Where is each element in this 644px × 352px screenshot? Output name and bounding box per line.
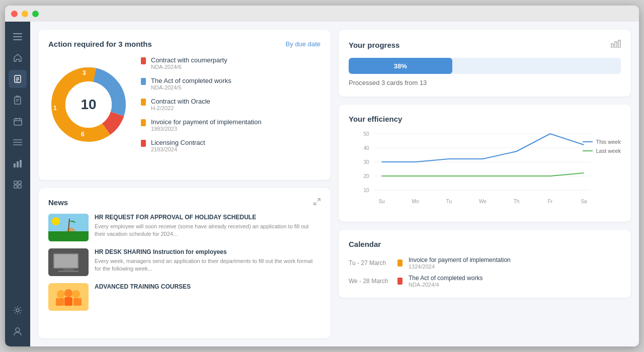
cal-info-1: Invoice for payment of implementation 13… xyxy=(409,256,511,270)
news-item-1[interactable]: HR REQUEST FOR APPROVAL OF HOLIDAY SCHED… xyxy=(48,214,320,241)
progress-bar-fill: 38% xyxy=(349,58,452,74)
svg-rect-59 xyxy=(58,271,78,272)
calendar-icon[interactable] xyxy=(9,112,27,130)
cal-date-1: Tu - 27 March xyxy=(349,259,391,267)
doc-id-3: H-2/2022 xyxy=(151,105,210,111)
document-icon[interactable] xyxy=(9,70,27,88)
svg-text:We: We xyxy=(479,199,487,204)
svg-rect-30 xyxy=(611,44,613,48)
svg-rect-66 xyxy=(73,298,82,306)
svg-rect-64 xyxy=(56,298,64,306)
svg-text:Sa: Sa xyxy=(581,199,587,204)
grid-icon[interactable] xyxy=(9,175,27,194)
doc-name-5: Licensing Contract xyxy=(151,139,205,146)
segment-blue-label: 3 xyxy=(83,69,86,76)
legend-this-week-label: This week xyxy=(596,139,621,145)
cal-id-2: NDA-2024/4 xyxy=(409,282,482,288)
svg-text:20: 20 xyxy=(363,173,369,179)
news-list: HR REQUEST FOR APPROVAL OF HOLIDAY SCHED… xyxy=(48,214,320,311)
doc-icon-red xyxy=(141,57,146,64)
cal-id-1: 1324/2024 xyxy=(409,263,511,270)
doc-info-4: Invoice for payment of implementation 19… xyxy=(151,118,262,132)
svg-rect-20 xyxy=(14,181,17,184)
news-item-2[interactable]: HR DESK SHARING Instruction for employee… xyxy=(48,248,320,276)
svg-point-25 xyxy=(16,328,20,332)
progress-description: Processed 3 cards from 13 xyxy=(349,79,621,86)
calendar-card: Calendar Tu - 27 March Invoice for payme… xyxy=(339,230,631,298)
legend-last-week: Last week xyxy=(583,148,621,154)
doc-id-4: 1983/2023 xyxy=(151,126,262,132)
svg-text:Mo: Mo xyxy=(412,199,419,204)
home-icon[interactable] xyxy=(9,49,27,67)
close-button[interactable] xyxy=(11,11,18,17)
doc-info-3: Contract with Oracle H-2/2022 xyxy=(151,98,210,111)
svg-rect-3 xyxy=(15,75,21,82)
doc-item-4[interactable]: Invoice for payment of implementation 19… xyxy=(141,118,320,132)
doc-info-1: Contract with coumerparty NDA-2024/6 xyxy=(151,56,227,70)
doc-info-5: Licensing Contract 2183/2024 xyxy=(151,139,205,152)
doc-icon-orange-4 xyxy=(141,119,146,126)
doc-name-2: The Act of completed works xyxy=(151,77,231,84)
doc-id-1: NDA-2024/6 xyxy=(151,64,227,70)
efficiency-card: Your efficiency 50 40 xyxy=(339,105,631,222)
news-card: News xyxy=(38,188,331,338)
doc-item-1[interactable]: Contract with coumerparty NDA-2024/6 xyxy=(141,56,320,70)
legend-last-week-label: Last week xyxy=(596,148,621,154)
action-body: 10 3 1 6 Contract with coumerparty xyxy=(48,56,320,152)
calendar-list: Tu - 27 March Invoice for payment of imp… xyxy=(349,256,621,288)
donut-center: 10 xyxy=(80,98,96,112)
doc-item-2[interactable]: The Act of completed works NDA-2024/5 xyxy=(141,77,320,91)
news-content-3: ADVANCED TRAINING COURSES xyxy=(95,283,191,292)
svg-rect-53 xyxy=(48,231,89,241)
progress-header: Your progress xyxy=(349,40,621,50)
news-thumb-3 xyxy=(48,283,89,311)
bar-chart-icon[interactable] xyxy=(9,154,27,172)
doc-icon-blue xyxy=(141,78,146,85)
progress-percent: 38% xyxy=(394,62,407,70)
svg-text:40: 40 xyxy=(363,145,369,151)
news-thumb-1 xyxy=(48,214,89,241)
segment-red-label: 1 xyxy=(53,105,57,112)
news-item-3[interactable]: ADVANCED TRAINING COURSES xyxy=(48,283,320,311)
minimize-button[interactable] xyxy=(22,11,28,17)
svg-rect-2 xyxy=(13,39,22,40)
svg-rect-31 xyxy=(615,42,617,48)
by-due-date-filter[interactable]: By due date xyxy=(286,40,320,48)
legend-line-blue xyxy=(583,141,593,142)
doc-icon-orange-3 xyxy=(141,99,146,106)
svg-rect-0 xyxy=(13,33,22,34)
cal-item-2[interactable]: We - 28 March The Act of completed works… xyxy=(349,275,621,288)
svg-text:Tu: Tu xyxy=(446,199,452,204)
news-title: News xyxy=(48,198,68,207)
svg-point-61 xyxy=(57,290,65,298)
donut-chart: 10 3 1 6 xyxy=(48,64,129,145)
svg-rect-22 xyxy=(14,185,17,188)
expand-icon[interactable] xyxy=(313,198,320,207)
doc-item-3[interactable]: Contract with Oracle H-2/2022 xyxy=(141,98,320,111)
news-text-2: Every week, managers send an application… xyxy=(95,257,320,273)
doc-info-2: The Act of completed works NDA-2024/5 xyxy=(151,77,231,91)
maximize-button[interactable] xyxy=(32,11,39,17)
clipboard-icon[interactable] xyxy=(9,91,27,109)
settings-icon[interactable] xyxy=(9,301,27,319)
list-icon[interactable] xyxy=(9,133,27,151)
action-title: Action required for 3 months xyxy=(48,40,152,48)
news-title-2: HR DESK SHARING Instruction for employee… xyxy=(95,248,320,255)
svg-rect-57 xyxy=(54,254,77,268)
chart-legend: This week Last week xyxy=(583,139,621,154)
doc-item-5[interactable]: Licensing Contract 2183/2024 xyxy=(141,139,320,152)
cal-item-1[interactable]: Tu - 27 March Invoice for payment of imp… xyxy=(349,256,621,270)
doc-icon-red-5 xyxy=(141,140,146,147)
svg-text:Fr: Fr xyxy=(548,199,553,204)
svg-text:50: 50 xyxy=(363,131,369,137)
svg-point-63 xyxy=(72,290,80,298)
user-icon[interactable] xyxy=(9,322,27,340)
menu-icon[interactable] xyxy=(9,28,27,46)
svg-rect-7 xyxy=(15,97,21,104)
progress-bar-background: 38% xyxy=(349,58,621,74)
svg-rect-23 xyxy=(18,185,21,188)
news-content-1: HR REQUEST FOR APPROVAL OF HOLIDAY SCHED… xyxy=(95,214,320,238)
doc-id-2: NDA-2024/5 xyxy=(151,84,231,91)
bar-chart-icon-progress[interactable] xyxy=(611,40,621,50)
news-title-1: HR REQUEST FOR APPROVAL OF HOLIDAY SCHED… xyxy=(95,214,320,221)
